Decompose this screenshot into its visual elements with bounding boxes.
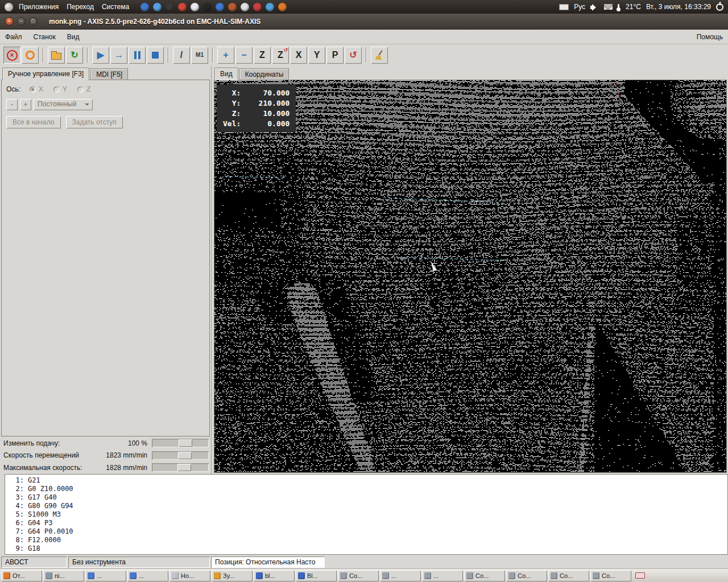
slider-trough[interactable] — [152, 451, 209, 460]
gcode-line[interactable]: 7: G64 P0.0010 — [7, 527, 725, 536]
preview-plot[interactable] — [214, 80, 726, 472]
taskbar-item-label: Со... — [475, 572, 489, 579]
taskbar-item-8[interactable]: Bl... — [296, 570, 337, 581]
gcode-line[interactable]: 2: G0 Z10.0000 — [7, 485, 725, 493]
taskbar-item-2[interactable]: ni... — [43, 570, 84, 581]
taskbar-item-10[interactable]: ... — [380, 570, 421, 581]
taskbar-item-6[interactable]: Зу... — [212, 570, 253, 581]
estop-button[interactable]: × — [3, 47, 20, 64]
view-p-button[interactable]: P — [326, 47, 344, 64]
axis-radio-y[interactable]: Y — [53, 85, 67, 93]
gimp-icon[interactable] — [228, 3, 237, 11]
panel-menu-2[interactable]: Переход — [67, 3, 94, 11]
taskbar-item-15[interactable]: Со... — [590, 570, 631, 581]
gcode-line[interactable]: 9: G18 — [7, 544, 725, 553]
orange-app-icon[interactable] — [278, 3, 287, 11]
window-maximize-button[interactable]: □ — [29, 17, 38, 26]
preview-tab-2[interactable]: Координаты — [239, 68, 289, 80]
menubar-item-2[interactable]: Станок — [34, 33, 56, 41]
optional-pause-button[interactable]: M1 — [191, 47, 208, 64]
browser-icon[interactable] — [216, 3, 224, 11]
view-x-button[interactable]: X — [290, 47, 307, 64]
gcode-line[interactable]: 5: S1000 M3 — [7, 510, 725, 519]
gcode-listing[interactable]: 1: G21 2: G0 Z10.0000 3: G17 G40 4: G80 … — [5, 474, 728, 555]
taskbar-item-4[interactable]: ... — [127, 570, 168, 581]
zoom-out-button[interactable]: − — [235, 47, 253, 64]
slider-thumb[interactable] — [177, 464, 191, 471]
terminal-icon[interactable] — [166, 3, 174, 11]
view-z-rotated-button[interactable]: Z↺ — [272, 47, 289, 64]
window-icon — [382, 572, 389, 579]
keyboard-layout-indicator[interactable] — [632, 570, 647, 581]
skip-lines-button[interactable]: / — [173, 47, 190, 64]
torrent-icon[interactable] — [253, 3, 262, 11]
keyboard-icon[interactable] — [559, 4, 569, 10]
window-close-button[interactable]: × — [5, 17, 14, 26]
window-title-bar[interactable]: × − □ monk.png - AXIS 2.5.0-pre2-626-g40… — [0, 14, 728, 30]
globe-icon[interactable] — [153, 3, 162, 11]
gcode-line[interactable]: 6: G04 P3 — [7, 519, 725, 527]
open-file-button[interactable] — [48, 47, 65, 64]
slider-thumb[interactable] — [179, 439, 192, 447]
reload-file-button[interactable]: ↻ — [66, 47, 83, 64]
stop-button[interactable] — [147, 47, 164, 64]
gcode-line[interactable]: 1: G21 — [7, 476, 725, 485]
slider-trough[interactable] — [152, 463, 209, 472]
taskbar-item-1[interactable]: От... — [1, 570, 42, 581]
gcode-line[interactable]: 8: F12.0000 — [7, 536, 725, 544]
opera-icon[interactable] — [178, 3, 187, 11]
window-icon — [172, 572, 179, 579]
taskbar-item-12[interactable]: Со... — [464, 570, 505, 581]
taskbar-item-13[interactable]: Со... — [506, 570, 547, 581]
taskbar-item-14[interactable]: Со... — [548, 570, 589, 581]
mail-icon[interactable] — [604, 4, 613, 10]
taskbar-item-3[interactable]: ... — [85, 570, 126, 581]
axis-radio-x[interactable]: X — [30, 85, 43, 93]
volume-icon[interactable] — [590, 3, 599, 11]
chat-icon[interactable] — [266, 3, 274, 11]
distributor-logo-icon[interactable] — [5, 3, 13, 11]
jog-minus-button[interactable]: - — [6, 99, 18, 110]
home-all-button[interactable]: Все в начало — [6, 116, 61, 128]
clear-plot-button[interactable] — [371, 47, 388, 64]
view-y-button[interactable]: Y — [308, 47, 325, 64]
taskbar-item-9[interactable]: Со... — [338, 570, 379, 581]
document-icon[interactable] — [191, 3, 199, 11]
firefox-icon[interactable] — [140, 3, 149, 11]
left-tab-1[interactable]: Ручное управление [F3] — [2, 68, 89, 80]
keyboard-layout-label[interactable]: Рус — [574, 3, 585, 11]
gcode-line[interactable]: 3: G17 G40 — [7, 493, 725, 502]
panel-menu-3[interactable]: Система — [102, 3, 129, 11]
menubar-item-1[interactable]: Файл — [5, 33, 22, 41]
taskbar-item-7[interactable]: bl... — [254, 570, 295, 581]
power-icon[interactable] — [716, 3, 723, 11]
network-icon[interactable] — [241, 3, 249, 11]
temperature-label[interactable]: 21°C — [626, 3, 641, 11]
run-button[interactable]: ▶ — [92, 47, 109, 64]
menubar-item-3[interactable]: Вид — [67, 33, 80, 41]
axis-radio-z[interactable]: Z — [77, 85, 90, 93]
zoom-in-button[interactable]: + — [217, 47, 234, 64]
taskbar-item-5[interactable]: Но... — [169, 570, 210, 581]
taskbar-item-11[interactable]: ... — [422, 570, 463, 581]
gcode-line[interactable]: 4: G80 G90 G94 — [7, 502, 725, 510]
pause-button[interactable] — [129, 47, 146, 64]
left-tab-2[interactable]: MDI [F5] — [90, 68, 128, 80]
window-icon — [3, 572, 10, 579]
view-z-button[interactable]: Z — [254, 47, 271, 64]
menu-help[interactable]: Помощь — [697, 33, 723, 41]
inkscape-icon[interactable] — [203, 3, 212, 11]
step-button[interactable]: → — [110, 47, 127, 64]
slider-trough[interactable] — [152, 439, 209, 447]
panel-menu-1[interactable]: Приложения — [19, 3, 59, 11]
taskbar-item-label: Со... — [560, 572, 573, 579]
clock-label[interactable]: Вт., 3 июля, 16:33:29 — [646, 3, 711, 11]
preview-tab-1[interactable]: Вид — [214, 68, 238, 80]
jog-plus-button[interactable]: + — [20, 99, 31, 110]
slider-thumb[interactable] — [178, 452, 192, 459]
window-minimize-button[interactable]: − — [17, 17, 26, 26]
machine-power-button[interactable] — [22, 47, 39, 64]
touch-off-button[interactable]: Задать отступ — [66, 116, 123, 128]
jog-mode-dropdown[interactable]: Постоянный — [34, 99, 93, 110]
rotate-view-button[interactable]: ↺ — [345, 47, 362, 64]
